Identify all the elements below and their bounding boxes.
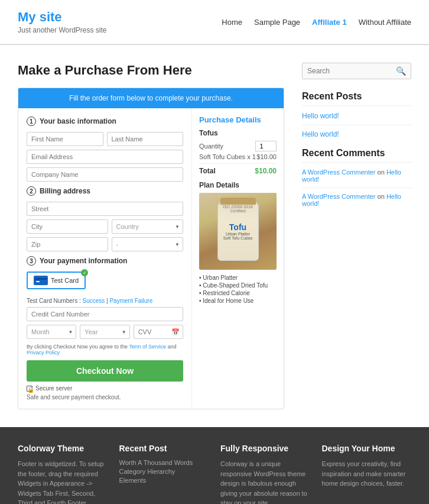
footer-widget-recent-post: Recent Post Worth A Thousand Words Categ… [119, 444, 209, 504]
feature-3: Restricted Calorie [199, 290, 277, 296]
commenter-2-link[interactable]: A WordPress Commenter [302, 193, 376, 200]
secure-row: 🔒 Secure server [27, 385, 183, 392]
form-header: Fill the order form below to complete yo… [18, 88, 284, 108]
page-title: Make a Purchase From Here [18, 63, 284, 78]
state-select[interactable]: - [112, 237, 184, 251]
sidebar-post-2[interactable]: Hello world! [302, 130, 411, 138]
footer-design-text: Express your creativity, find inspiratio… [322, 459, 412, 489]
product-name: Tofus [199, 129, 277, 137]
name-row [27, 132, 183, 146]
footer-design-title: Design Your Home [322, 444, 412, 453]
credit-card-icon [35, 276, 47, 285]
feature-4: Ideal for Home Use [199, 298, 277, 304]
test-card-button[interactable]: Test Card ✓ [27, 272, 86, 289]
product-features: Urban Platter Cube-Shaped Dried Tofu Res… [199, 274, 277, 304]
city-input[interactable] [27, 219, 108, 234]
jar-label: Tofu [229, 222, 246, 232]
footer-recent-title: Recent Post [119, 444, 209, 453]
zip-input[interactable] [27, 237, 108, 251]
first-name-input[interactable] [27, 132, 103, 146]
site-header: My site Just another WordPress site Home… [0, 0, 429, 44]
section2-header: 2 Billing address [27, 186, 183, 196]
purchase-form: Fill the order form below to complete yo… [18, 88, 284, 409]
nav-sample-page[interactable]: Sample Page [254, 18, 300, 27]
cvv-calendar-icon: 📅 [171, 328, 180, 336]
main-content: Make a Purchase From Here Fill the order… [0, 45, 429, 427]
state-wrapper: - [112, 237, 184, 251]
site-footer: Colorway Theme Footer is widgetized. To … [0, 427, 429, 504]
email-input[interactable] [27, 150, 183, 164]
zip-row: - [27, 237, 183, 251]
test-card-note: Test Card Numbers : Success | Payment Fa… [27, 298, 183, 304]
recent-comments-title: Recent Comments [302, 148, 411, 163]
footer-colorway-text: Footer is widgetized. To setup the foote… [18, 459, 108, 504]
feature-1: Urban Platter [199, 274, 277, 281]
line-item-row: Soft Tofu Cubes x 1 $10.00 [199, 153, 277, 160]
commenter-1-link[interactable]: A WordPress Commenter [302, 169, 376, 176]
main-nav: Home Sample Page Affiliate 1 Without Aff… [222, 18, 411, 27]
company-input[interactable] [27, 167, 183, 182]
month-select[interactable]: Month [27, 325, 76, 339]
nav-home[interactable]: Home [222, 18, 242, 27]
section3-label: Your payment information [40, 257, 127, 265]
and-text: and [167, 344, 176, 350]
terms-note: By clicking Checkout Now you agree to th… [27, 344, 183, 356]
card-icon [34, 276, 48, 285]
section3-number: 3 [27, 256, 36, 266]
company-row [27, 167, 183, 182]
success-link[interactable]: Success [82, 298, 105, 304]
on-text-2: on [378, 193, 386, 200]
quantity-input[interactable] [255, 141, 277, 151]
section1-number: 1 [27, 117, 36, 126]
checkout-button[interactable]: Checkout Now [27, 360, 183, 382]
site-title: My site [18, 9, 107, 25]
street-input[interactable] [27, 202, 183, 216]
privacy-link[interactable]: Privacy Policy [27, 350, 60, 356]
posts-divider [302, 125, 411, 125]
recent-posts-title: Recent Posts [302, 91, 411, 106]
sidebar-post-1[interactable]: Hello world! [302, 112, 411, 120]
purchase-details-title: Purchase Details [199, 115, 277, 124]
svg-rect-2 [36, 281, 40, 282]
svg-rect-0 [35, 276, 47, 285]
card-number-input[interactable] [27, 307, 183, 321]
footer-widget-design: Design Your Home Express your creativity… [322, 444, 412, 504]
terms-link[interactable]: Term of Service [129, 344, 166, 350]
footer-widget-colorway: Colorway Theme Footer is widgetized. To … [18, 444, 108, 504]
street-row [27, 202, 183, 216]
nav-affiliate1[interactable]: Affiliate 1 [312, 18, 347, 27]
footer-post-1[interactable]: Worth A Thousand Words [119, 459, 209, 466]
card-number-row [27, 307, 183, 321]
secure-label: Secure server [35, 385, 72, 392]
search-button[interactable]: 🔍 [396, 66, 406, 76]
last-name-input[interactable] [107, 132, 184, 146]
footer-post-2[interactable]: Category Hierarchy [119, 468, 209, 475]
year-select[interactable]: Year [80, 325, 129, 339]
footer-post-3[interactable]: Elements [119, 477, 209, 484]
country-wrapper: Country [112, 219, 184, 234]
form-body: 1 Your basic information [18, 108, 284, 409]
country-select[interactable]: Country [112, 219, 184, 234]
nav-without-affiliate[interactable]: Without Affiliate [359, 18, 411, 27]
section1-label: Your basic information [40, 117, 116, 125]
plan-details-title: Plan Details [199, 181, 277, 189]
section2-label: Billing address [40, 187, 90, 195]
year-wrapper: Year [80, 325, 129, 339]
detail-divider [199, 163, 277, 164]
content-area: Make a Purchase From Here Fill the order… [18, 63, 284, 409]
quantity-row: Quantity [199, 141, 277, 151]
test-card-label: Test Card Numbers : [27, 298, 81, 304]
failure-link[interactable]: Payment Failure [109, 298, 152, 304]
search-input[interactable] [307, 67, 396, 75]
site-branding: My site Just another WordPress site [18, 9, 107, 34]
email-row [27, 150, 183, 164]
footer-widgets: Colorway Theme Footer is widgetized. To … [18, 444, 411, 504]
total-amount: $10.00 [255, 167, 277, 175]
lock-icon: 🔒 [27, 386, 32, 392]
section1-header: 1 Your basic information [27, 117, 183, 126]
month-wrapper: Month [27, 325, 76, 339]
footer-colorway-title: Colorway Theme [18, 444, 108, 453]
sidebar: 🔍 Recent Posts Hello world! Hello world!… [302, 63, 411, 409]
footer-responsive-text: Colorway is a unique responsive WordPres… [220, 459, 310, 504]
total-row: Total $10.00 [199, 167, 277, 175]
